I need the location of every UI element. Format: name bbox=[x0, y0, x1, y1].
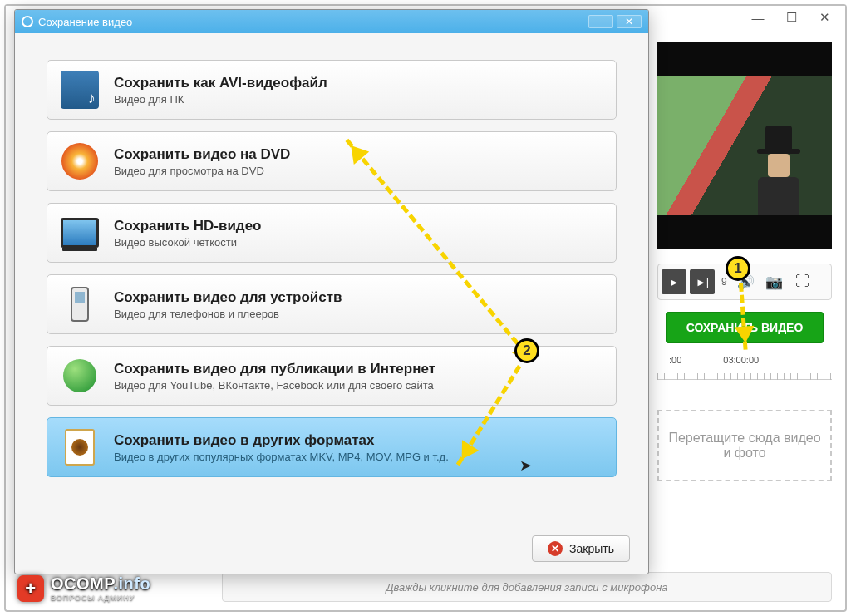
player-time-label: 9 bbox=[718, 276, 730, 288]
option-title: Сохранить HD-видео bbox=[114, 218, 262, 234]
film-file-icon bbox=[65, 429, 95, 466]
watermark-subtitle: ВОПРОСЫ АДМИНУ bbox=[51, 594, 150, 602]
option-subtitle: Видео в других популярных форматах MKV, … bbox=[114, 451, 449, 463]
fullscreen-icon[interactable]: ⛶ bbox=[790, 269, 815, 294]
option-title: Сохранить видео для публикации в Интерне… bbox=[114, 361, 435, 377]
ruler-tick-label: :00 bbox=[669, 355, 681, 379]
option-subtitle: Видео для телефонов и плееров bbox=[114, 308, 342, 320]
option-title: Сохранить как AVI-видеофайл bbox=[114, 75, 327, 91]
microphone-hint-bar[interactable]: Дважды кликните для добавления записи с … bbox=[222, 572, 832, 602]
save-video-dialog: Сохранение видео — ✕ Сохранить как AVI-в… bbox=[14, 9, 649, 574]
media-dropzone[interactable]: Перетащите сюда видео и фото bbox=[657, 410, 832, 481]
hd-monitor-icon bbox=[61, 218, 99, 248]
gear-icon bbox=[22, 16, 33, 27]
save-option-dvd[interactable]: Сохранить видео на DVD Видео для просмот… bbox=[47, 131, 617, 191]
preview-panel: ► ►| 9 🔊 📷 ⛶ СОХРАНИТЬ ВИДЕО :00 03:00:0… bbox=[657, 42, 832, 558]
dialog-close-button[interactable]: ✕ bbox=[617, 15, 642, 28]
avi-file-icon bbox=[61, 71, 99, 109]
snapshot-icon[interactable]: 📷 bbox=[762, 269, 787, 294]
play-button[interactable]: ► bbox=[662, 269, 686, 294]
option-subtitle: Видео для просмотра на DVD bbox=[114, 165, 290, 177]
globe-icon bbox=[63, 359, 96, 392]
close-button-label: Закрыть bbox=[569, 542, 614, 555]
mobile-device-icon bbox=[71, 287, 89, 322]
option-subtitle: Видео высокой четкости bbox=[114, 236, 262, 249]
dropzone-text: Перетащите сюда видео и фото bbox=[667, 431, 822, 461]
window-maximize-button[interactable] bbox=[775, 9, 807, 26]
dialog-body: Сохранить как AVI-видеофайл Видео для ПК… bbox=[15, 33, 648, 502]
man-with-top-hat-illustration bbox=[754, 126, 804, 225]
option-subtitle: Видео для ПК bbox=[114, 93, 327, 106]
screenshot-frame: ► ►| 9 🔊 📷 ⛶ СОХРАНИТЬ ВИДЕО :00 03:00:0… bbox=[4, 4, 847, 612]
option-title: Сохранить видео для устройств bbox=[114, 289, 342, 306]
save-option-avi[interactable]: Сохранить как AVI-видеофайл Видео для ПК bbox=[47, 60, 617, 120]
window-minimize-button[interactable] bbox=[742, 9, 774, 26]
close-dialog-button[interactable]: ✕ Закрыть bbox=[532, 535, 630, 562]
video-preview[interactable] bbox=[657, 42, 832, 249]
dialog-title: Сохранение видео bbox=[38, 16, 132, 28]
dialog-titlebar[interactable]: Сохранение видео — ✕ bbox=[15, 10, 648, 33]
plus-badge-icon: + bbox=[17, 575, 44, 602]
ruler-tick-label: 03:00:00 bbox=[723, 355, 759, 379]
dialog-footer: ✕ Закрыть bbox=[532, 535, 630, 562]
save-option-devices[interactable]: Сохранить видео для устройств Видео для … bbox=[47, 274, 617, 334]
close-icon: ✕ bbox=[548, 541, 563, 556]
next-button[interactable]: ►| bbox=[690, 269, 715, 294]
option-subtitle: Видео для YouTube, ВКонтакте, Facebook и… bbox=[114, 379, 435, 392]
video-frame-image bbox=[657, 76, 832, 215]
dialog-minimize-button[interactable]: — bbox=[588, 15, 613, 28]
dvd-disc-icon bbox=[61, 143, 98, 180]
annotation-marker-1: 1 bbox=[726, 256, 750, 281]
save-option-hd[interactable]: Сохранить HD-видео Видео высокой четкост… bbox=[47, 203, 617, 263]
option-title: Сохранить видео в других форматах bbox=[114, 432, 449, 449]
window-close-button[interactable] bbox=[809, 9, 840, 26]
watermark: + OCOMP.info ВОПРОСЫ АДМИНУ bbox=[17, 574, 150, 602]
microphone-hint-text: Дважды кликните для добавления записи с … bbox=[386, 581, 667, 594]
timeline-ruler[interactable]: :00 03:00:00 bbox=[657, 355, 832, 380]
option-title: Сохранить видео на DVD bbox=[114, 146, 290, 163]
annotation-marker-2: 2 bbox=[514, 338, 539, 363]
watermark-brand: OCOMP bbox=[51, 574, 113, 593]
cursor-pointer-icon: ➤ bbox=[519, 456, 532, 475]
watermark-suffix: .info bbox=[113, 574, 150, 593]
